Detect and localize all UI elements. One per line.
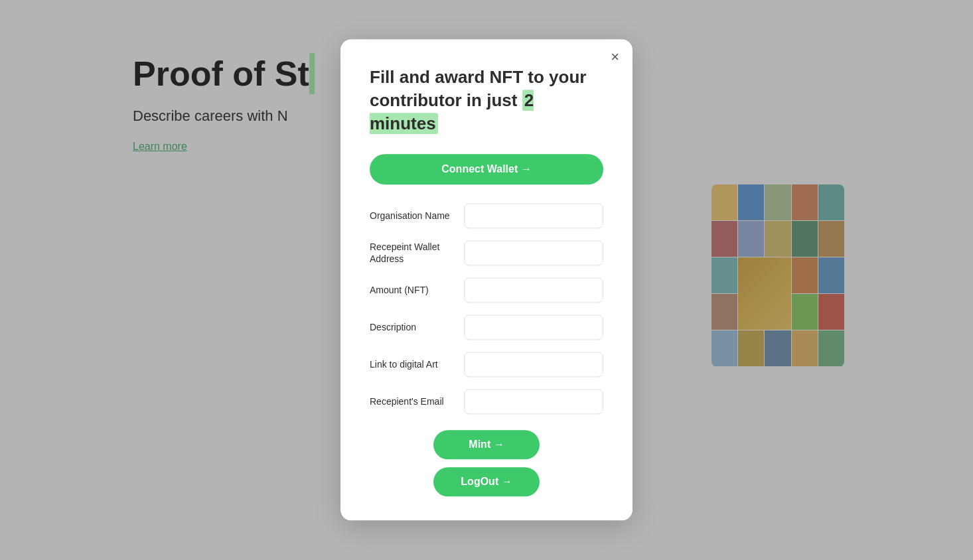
logout-button[interactable]: LogOut → [433,468,540,497]
modal-title: Fill and award NFT to your contributor i… [370,66,603,135]
modal-close-button[interactable]: × [611,50,619,64]
email-input[interactable] [464,389,603,415]
email-label: Recepient's Email [370,396,456,408]
email-group: Recepient's Email [370,389,603,415]
connect-wallet-button[interactable]: Connect Wallet → [370,155,603,185]
org-name-input[interactable] [464,204,603,229]
link-label: Link to digital Art [370,359,456,371]
link-group: Link to digital Art [370,352,603,378]
description-input[interactable] [464,315,603,340]
amount-input[interactable] [464,278,603,303]
modal-title-highlight: 2 minutes [370,90,534,134]
description-label: Description [370,322,456,334]
org-name-group: Organisation Name [370,204,603,229]
org-name-label: Organisation Name [370,210,456,222]
recipient-wallet-label: Recepeint Wallet Address [370,241,456,265]
description-group: Description [370,315,603,340]
recipient-wallet-input[interactable] [464,241,603,266]
recipient-wallet-group: Recepeint Wallet Address [370,241,603,266]
amount-group: Amount (NFT) [370,278,603,303]
modal-dialog: × Fill and award NFT to your contributor… [340,39,633,520]
mint-button[interactable]: Mint → [433,431,540,460]
amount-label: Amount (NFT) [370,285,456,297]
link-input[interactable] [464,352,603,378]
